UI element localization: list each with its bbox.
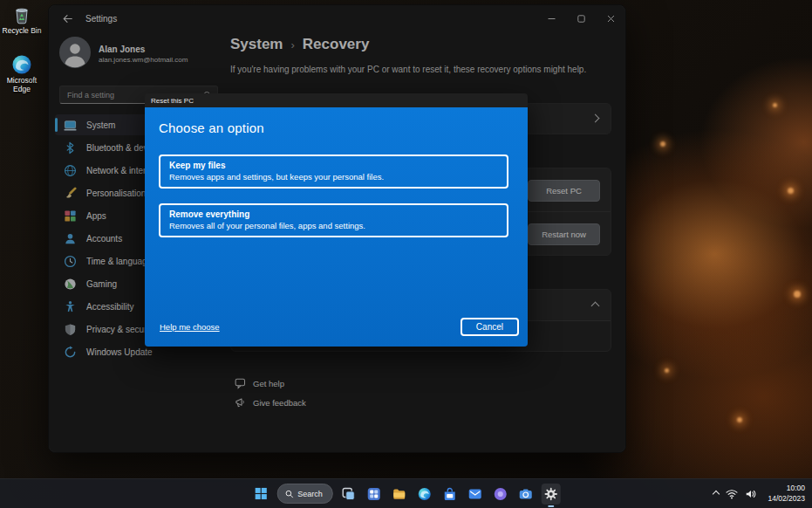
start-button[interactable]	[251, 484, 270, 505]
edge-button[interactable]	[415, 484, 434, 505]
tray-chevron-up-icon[interactable]	[713, 490, 720, 497]
recycle-bin-icon	[1, 4, 43, 25]
desktop-icon-recycle-bin[interactable]: Recycle Bin	[1, 4, 43, 36]
system-tray: 10:00 14/02/2023	[713, 479, 805, 508]
bokeh-dot	[794, 291, 801, 298]
mail-button[interactable]	[466, 484, 485, 505]
dialog-heading: Choose an option	[159, 120, 508, 135]
file-explorer-icon	[392, 487, 406, 501]
settings-gear-icon	[544, 487, 558, 501]
bokeh-dot	[773, 103, 777, 107]
wifi-icon[interactable]	[726, 489, 738, 499]
camera-button[interactable]	[516, 484, 536, 505]
dialog-footer: Help me choose Cancel	[160, 318, 519, 336]
dialog-titlebar: Reset this PC	[145, 93, 528, 107]
cancel-button[interactable]: Cancel	[461, 318, 519, 336]
widgets-button[interactable]	[365, 484, 384, 505]
taskbar: Search	[0, 478, 812, 508]
clock-date: 14/02/2023	[768, 494, 805, 504]
volume-icon[interactable]	[745, 489, 757, 499]
camera-icon	[519, 487, 533, 501]
edge-icon	[1, 54, 43, 75]
desktop-icon-label: Microsoft Edge	[1, 77, 43, 94]
help-me-choose-link[interactable]: Help me choose	[160, 322, 220, 332]
desktop-icon-microsoft-edge[interactable]: Microsoft Edge	[1, 54, 43, 94]
option-title: Remove everything	[169, 209, 498, 220]
taskbar-clock[interactable]: 10:00 14/02/2023	[768, 484, 805, 503]
option-description: Removes all of your personal files, apps…	[169, 221, 498, 231]
reset-options: Keep my files Removes apps and settings,…	[159, 154, 508, 237]
option-remove-everything[interactable]: Remove everything Removes all of your pe…	[159, 203, 508, 237]
taskbar-search[interactable]: Search	[276, 484, 333, 504]
clock-time: 10:00	[768, 484, 805, 493]
widgets-icon	[367, 487, 381, 501]
option-keep-my-files[interactable]: Keep my files Removes apps and settings,…	[159, 154, 508, 189]
option-description: Removes apps and settings, but keeps you…	[169, 172, 498, 182]
bokeh-dot	[737, 417, 742, 422]
dialog-body: Choose an option Keep my files Removes a…	[145, 107, 528, 347]
bokeh-dot	[660, 141, 665, 147]
store-icon	[443, 487, 457, 501]
task-view-icon	[342, 487, 356, 501]
store-button[interactable]	[440, 484, 460, 505]
settings-taskbar-button[interactable]	[542, 484, 561, 505]
desktop-icon-label: Recycle Bin	[1, 27, 43, 36]
mail-icon	[468, 487, 482, 501]
dialog-title: Reset this PC	[151, 97, 194, 105]
bokeh-dot	[665, 368, 669, 373]
photos-icon	[494, 487, 508, 501]
taskbar-search-label: Search	[297, 490, 323, 498]
option-title: Keep my files	[169, 160, 498, 171]
search-icon	[284, 490, 293, 498]
edge-icon	[418, 487, 432, 501]
windows-start-icon	[255, 487, 268, 500]
task-view-button[interactable]	[339, 484, 358, 505]
bokeh-dot	[788, 188, 794, 194]
taskbar-center: Search	[251, 479, 561, 508]
photos-button[interactable]	[491, 484, 510, 505]
file-explorer-button[interactable]	[390, 484, 409, 505]
reset-pc-dialog: Reset this PC Choose an option Keep my f…	[145, 93, 528, 347]
